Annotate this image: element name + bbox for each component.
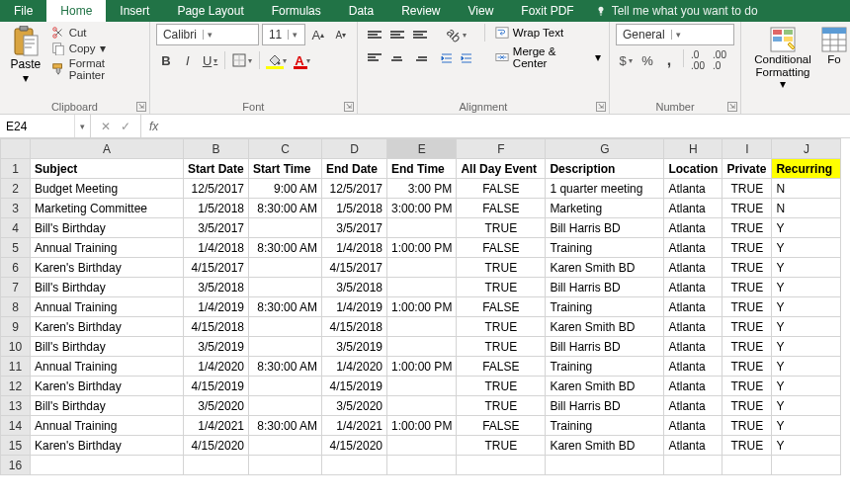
cell[interactable]: TRUE: [722, 179, 772, 199]
wrap-text-button[interactable]: Wrap Text: [493, 24, 603, 42]
cell[interactable]: Y: [772, 377, 841, 396]
cell[interactable]: Karen Smith BD: [546, 317, 664, 337]
cell[interactable]: 4/15/2017: [322, 258, 387, 278]
cell[interactable]: 1/4/2020: [322, 357, 387, 377]
decrease-decimal-button[interactable]: .00.0: [710, 49, 729, 71]
cell[interactable]: 1/5/2018: [184, 199, 249, 218]
cell[interactable]: TRUE: [722, 258, 772, 278]
cell[interactable]: TRUE: [722, 297, 772, 317]
cell[interactable]: TRUE: [457, 436, 546, 456]
cell[interactable]: [249, 218, 322, 238]
cell[interactable]: Subject: [31, 159, 184, 179]
cell[interactable]: 1:00:00 PM: [387, 357, 457, 377]
cell[interactable]: Annual Training: [31, 416, 184, 436]
tell-me-search[interactable]: Tell me what you want to do: [596, 4, 758, 18]
cell[interactable]: [387, 396, 457, 416]
align-left-button[interactable]: [364, 46, 385, 68]
cell[interactable]: 3/5/2019: [184, 337, 249, 357]
cell[interactable]: [184, 456, 249, 475]
italic-button[interactable]: I: [178, 49, 198, 71]
cell[interactable]: 8:30:00 AM: [249, 357, 322, 377]
cell[interactable]: TRUE: [722, 218, 772, 238]
fx-label[interactable]: fx: [141, 115, 166, 137]
cell[interactable]: Atlanta: [664, 218, 722, 238]
column-header[interactable]: H: [664, 139, 722, 159]
cell[interactable]: FALSE: [457, 199, 546, 218]
cell[interactable]: Atlanta: [664, 357, 722, 377]
cell[interactable]: Atlanta: [664, 377, 722, 396]
row-header[interactable]: 14: [1, 416, 31, 436]
cell[interactable]: Y: [772, 396, 841, 416]
cell[interactable]: [387, 377, 457, 396]
cell[interactable]: 1:00:00 PM: [387, 238, 457, 258]
cell[interactable]: 1/4/2020: [184, 357, 249, 377]
chevron-down-icon[interactable]: ▾: [203, 30, 216, 40]
cell[interactable]: TRUE: [722, 337, 772, 357]
cell[interactable]: TRUE: [457, 218, 546, 238]
column-header[interactable]: F: [457, 139, 546, 159]
cell[interactable]: Atlanta: [664, 436, 722, 456]
cell[interactable]: 1/4/2019: [184, 297, 249, 317]
cell[interactable]: FALSE: [457, 357, 546, 377]
cell[interactable]: Karen's Birthday: [31, 258, 184, 278]
align-center-button[interactable]: [386, 46, 408, 68]
row-header[interactable]: 9: [1, 317, 31, 337]
cell[interactable]: Training: [546, 297, 664, 317]
cell[interactable]: 1/4/2021: [322, 416, 387, 436]
cell[interactable]: TRUE: [722, 436, 772, 456]
cell[interactable]: 8:30:00 AM: [249, 297, 322, 317]
cell[interactable]: Annual Training: [31, 297, 184, 317]
row-header[interactable]: 10: [1, 337, 31, 357]
column-header[interactable]: D: [322, 139, 387, 159]
cell[interactable]: TRUE: [722, 238, 772, 258]
cell[interactable]: TRUE: [722, 416, 772, 436]
cell[interactable]: Y: [772, 278, 841, 297]
cell[interactable]: Training: [546, 416, 664, 436]
cell[interactable]: 3/5/2020: [184, 396, 249, 416]
cell[interactable]: Bill Harris BD: [546, 218, 664, 238]
cell[interactable]: [249, 456, 322, 475]
cell[interactable]: 1/4/2018: [184, 238, 249, 258]
column-header[interactable]: C: [249, 139, 322, 159]
cell[interactable]: 3/5/2019: [322, 337, 387, 357]
cell[interactable]: 8:30:00 AM: [249, 199, 322, 218]
number-dialog-launcher[interactable]: ⇲: [727, 102, 737, 112]
enter-formula-button[interactable]: ✓: [121, 120, 130, 133]
cell[interactable]: [387, 337, 457, 357]
cell[interactable]: [31, 456, 184, 475]
cell[interactable]: 3:00 PM: [387, 179, 457, 199]
cell[interactable]: All Day Event: [457, 159, 546, 179]
cell[interactable]: Annual Training: [31, 238, 184, 258]
cell[interactable]: Location: [664, 159, 722, 179]
name-box[interactable]: E24 ▾: [0, 115, 91, 137]
cell[interactable]: TRUE: [457, 258, 546, 278]
cell[interactable]: Marketing: [546, 199, 664, 218]
cell[interactable]: Atlanta: [664, 317, 722, 337]
cell[interactable]: FALSE: [457, 297, 546, 317]
row-header[interactable]: 13: [1, 396, 31, 416]
cell[interactable]: Bill Harris BD: [546, 396, 664, 416]
cell[interactable]: 1 quarter meeting: [546, 179, 664, 199]
cell[interactable]: Atlanta: [664, 238, 722, 258]
cell[interactable]: 4/15/2017: [184, 258, 249, 278]
cell[interactable]: [249, 337, 322, 357]
cell[interactable]: [322, 456, 387, 475]
cell[interactable]: Karen Smith BD: [546, 436, 664, 456]
cell[interactable]: Y: [772, 218, 841, 238]
row-header[interactable]: 8: [1, 297, 31, 317]
cell[interactable]: 3:00:00 PM: [387, 199, 457, 218]
cell[interactable]: 8:30:00 AM: [249, 416, 322, 436]
cell[interactable]: TRUE: [457, 317, 546, 337]
cell[interactable]: Marketing Committee: [31, 199, 184, 218]
cell[interactable]: Atlanta: [664, 278, 722, 297]
merge-center-button[interactable]: Merge & Center ▾: [493, 43, 603, 71]
cell[interactable]: Training: [546, 238, 664, 258]
cell[interactable]: [722, 456, 772, 475]
font-color-button[interactable]: A ▾: [292, 49, 312, 71]
cell[interactable]: [249, 377, 322, 396]
cell[interactable]: Bill's Birthday: [31, 396, 184, 416]
row-header[interactable]: 16: [1, 456, 31, 475]
cell[interactable]: Karen's Birthday: [31, 436, 184, 456]
align-right-button[interactable]: [409, 46, 431, 68]
chevron-down-icon[interactable]: ▾: [288, 30, 301, 40]
